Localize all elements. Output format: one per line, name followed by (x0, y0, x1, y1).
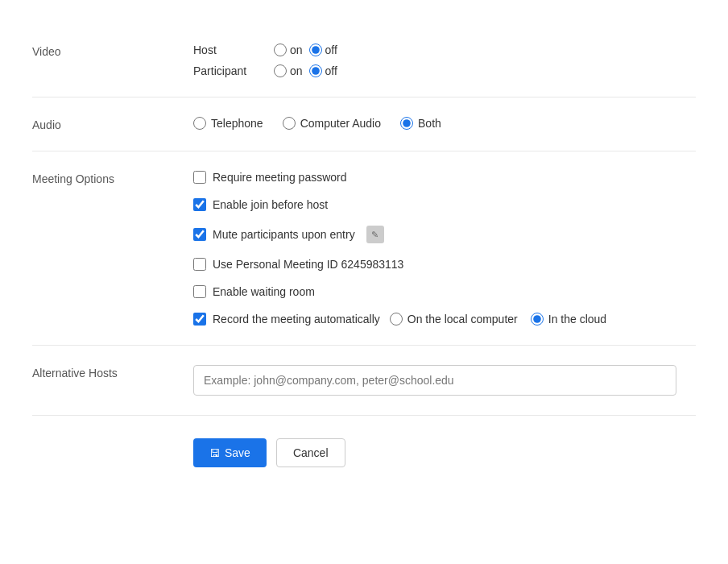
audio-section: Audio Telephone Computer Audio Both (32, 97, 696, 151)
use-personal-meeting-id-label: Use Personal Meeting ID 6245983113 (213, 258, 403, 271)
use-personal-meeting-id-checkbox[interactable] (193, 258, 206, 271)
mute-participants-label: Mute participants upon entry (213, 228, 355, 241)
enable-join-before-host-checkbox[interactable] (193, 198, 206, 211)
record-automatically-option[interactable]: Record the meeting automatically (193, 313, 380, 326)
host-radio-group: on off (274, 44, 337, 56)
require-password-label: Require meeting password (213, 171, 347, 184)
enable-waiting-room-label: Enable waiting room (213, 285, 315, 298)
meeting-options-section: Meeting Options Require meeting password… (32, 151, 696, 346)
save-button[interactable]: 🖫 Save (193, 438, 267, 467)
audio-telephone-option[interactable]: Telephone (193, 117, 263, 130)
require-password-checkbox[interactable] (193, 171, 206, 184)
host-off-option[interactable]: off (309, 44, 337, 56)
participant-off-radio[interactable] (309, 64, 322, 77)
use-personal-meeting-id-option[interactable]: Use Personal Meeting ID 6245983113 (193, 258, 696, 271)
host-row: Host on off (193, 44, 696, 56)
host-on-radio[interactable] (274, 44, 287, 56)
audio-both-option[interactable]: Both (400, 117, 441, 130)
require-password-option[interactable]: Require meeting password (193, 171, 696, 184)
buttons-section: 🖫 Save Cancel (32, 416, 696, 467)
record-location-group: On the local computer In the cloud (390, 313, 606, 326)
audio-computer-label: Computer Audio (300, 117, 381, 130)
alternative-hosts-label: Alternative Hosts (32, 365, 193, 396)
mute-participants-option[interactable]: Mute participants upon entry ✎ (193, 226, 696, 243)
audio-label: Audio (32, 117, 193, 131)
video-content: Host on off Participant on (193, 44, 696, 77)
meeting-options-content: Require meeting password Enable join bef… (193, 171, 696, 326)
record-local-option[interactable]: On the local computer (390, 313, 518, 326)
participant-on-radio[interactable] (274, 64, 287, 77)
alternative-hosts-section: Alternative Hosts (32, 346, 696, 416)
save-icon: 🖫 (209, 447, 220, 459)
cancel-button[interactable]: Cancel (276, 438, 345, 467)
cancel-button-label: Cancel (293, 446, 329, 459)
record-local-radio[interactable] (390, 313, 403, 326)
host-label: Host (193, 44, 274, 56)
audio-telephone-label: Telephone (211, 117, 263, 130)
record-automatically-row: Record the meeting automatically On the … (193, 313, 696, 326)
alternative-hosts-content (193, 365, 696, 396)
enable-join-before-host-option[interactable]: Enable join before host (193, 198, 696, 211)
record-cloud-option[interactable]: In the cloud (531, 313, 606, 326)
video-label: Video (32, 44, 193, 77)
record-local-label: On the local computer (407, 313, 518, 326)
host-on-label: on (290, 44, 303, 56)
audio-both-label: Both (418, 117, 441, 130)
mute-participants-checkbox[interactable] (193, 228, 206, 241)
alternative-hosts-input[interactable] (193, 365, 676, 396)
record-automatically-checkbox[interactable] (193, 313, 206, 326)
participant-on-option[interactable]: on (274, 64, 303, 77)
audio-radio-group: Telephone Computer Audio Both (193, 117, 696, 130)
audio-computer-option[interactable]: Computer Audio (283, 117, 381, 130)
participant-off-label: off (325, 64, 337, 77)
host-off-radio[interactable] (309, 44, 322, 56)
host-on-option[interactable]: on (274, 44, 303, 56)
enable-waiting-room-checkbox[interactable] (193, 285, 206, 298)
host-off-label: off (325, 44, 337, 56)
participant-label: Participant (193, 64, 274, 77)
audio-telephone-radio[interactable] (193, 117, 206, 130)
record-cloud-radio[interactable] (531, 313, 544, 326)
audio-both-radio[interactable] (400, 117, 413, 130)
participant-radio-group: on off (274, 64, 337, 77)
video-section: Video Host on off Participant o (32, 24, 696, 97)
audio-content: Telephone Computer Audio Both (193, 117, 696, 131)
participant-off-option[interactable]: off (309, 64, 337, 77)
audio-computer-radio[interactable] (283, 117, 296, 130)
save-button-label: Save (225, 446, 250, 459)
enable-join-before-host-label: Enable join before host (213, 198, 328, 211)
meeting-options-label: Meeting Options (32, 171, 193, 326)
mute-participants-edit-icon[interactable]: ✎ (366, 226, 384, 243)
participant-on-label: on (290, 64, 303, 77)
record-cloud-label: In the cloud (548, 313, 606, 326)
enable-waiting-room-option[interactable]: Enable waiting room (193, 285, 696, 298)
record-automatically-label: Record the meeting automatically (213, 313, 380, 326)
participant-row: Participant on off (193, 64, 696, 77)
